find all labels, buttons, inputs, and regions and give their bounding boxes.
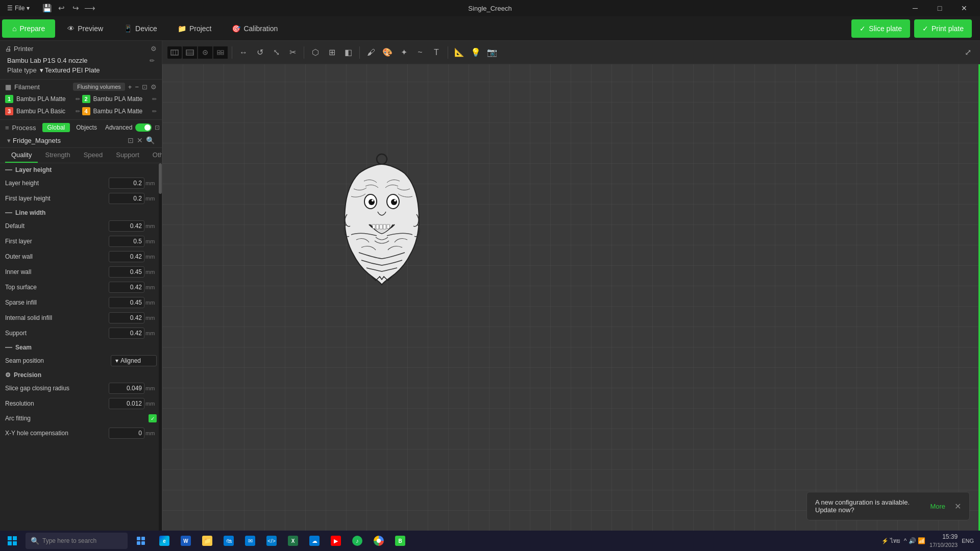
- undo-icon[interactable]: ↩: [55, 2, 67, 14]
- file-menu[interactable]: ☰ File ▾: [4, 4, 33, 13]
- objects-tab[interactable]: Objects: [71, 123, 102, 132]
- taskbar-youtube-button[interactable]: ▶: [326, 531, 346, 551]
- filament-edit-3[interactable]: ✏: [76, 108, 80, 115]
- taskbar-edge-button[interactable]: e: [154, 531, 175, 551]
- top-surface-input[interactable]: [109, 282, 144, 293]
- view-preset-4[interactable]: [213, 46, 228, 59]
- remove-filament-icon[interactable]: −: [135, 83, 139, 91]
- plate-value: Textured PEI Plate: [45, 66, 100, 74]
- filament-edit-4[interactable]: ✏: [152, 108, 157, 115]
- device-nav-button[interactable]: 📱 Device: [113, 16, 167, 41]
- measure-icon[interactable]: 📐: [452, 45, 467, 60]
- move-tool-icon[interactable]: ↔: [236, 45, 251, 60]
- notification-more-link[interactable]: More: [930, 503, 945, 510]
- prepare-nav-button[interactable]: ⌂ Prepare: [2, 19, 55, 38]
- view-preset-2[interactable]: [183, 46, 197, 59]
- tab-quality[interactable]: Quality: [5, 148, 38, 163]
- taskbar-word-button[interactable]: W: [176, 531, 196, 551]
- arc-fitting-checkbox[interactable]: ✓: [149, 414, 157, 422]
- taskbar-explorer-button[interactable]: 📁: [197, 531, 217, 551]
- notification-close-button[interactable]: ✕: [954, 502, 961, 511]
- text-icon[interactable]: T: [429, 45, 444, 60]
- taskbar-spotify-button[interactable]: ♪: [347, 531, 368, 551]
- project-nav-button[interactable]: 📁 Project: [167, 16, 222, 41]
- slice-gap-input[interactable]: [109, 383, 144, 394]
- language-indicator[interactable]: ENG: [962, 537, 974, 544]
- canvas-area[interactable]: ↔ ↺ ⤡ ✂ ⬡ ⊞ ◧ 🖌 🎨 ✦ ~ T 📐 💡 📷 ⤢: [162, 41, 980, 531]
- taskbar-vscode-button[interactable]: </>: [261, 531, 282, 551]
- resolution-input[interactable]: [109, 398, 144, 409]
- flushing-volumes-button[interactable]: Flushing volumes: [73, 83, 125, 91]
- minimize-button[interactable]: ─: [903, 0, 927, 16]
- svg-rect-3: [186, 50, 193, 55]
- close-button[interactable]: ✕: [952, 0, 976, 16]
- filament-edit-1[interactable]: ✏: [76, 96, 80, 103]
- default-width-input[interactable]: [109, 220, 144, 232]
- inner-wall-input[interactable]: [109, 266, 144, 278]
- filament-edit-2[interactable]: ✏: [152, 96, 157, 103]
- plate-type-dropdown[interactable]: ▾ Textured PEI Plate: [40, 66, 100, 74]
- taskbar-search-box[interactable]: 🔍 Type here to search: [26, 533, 128, 549]
- camera-icon[interactable]: 📷: [485, 45, 499, 60]
- orient-icon[interactable]: ⬡: [308, 45, 323, 60]
- tab-support[interactable]: Support: [110, 148, 145, 163]
- rotate-tool-icon[interactable]: ↺: [253, 45, 267, 60]
- advanced-toggle[interactable]: [135, 123, 152, 132]
- cut-tool-icon[interactable]: ✂: [285, 45, 300, 60]
- global-tab[interactable]: Global: [42, 123, 70, 132]
- arrange-icon[interactable]: ⊞: [325, 45, 339, 60]
- taskbar-excel-button[interactable]: X: [283, 531, 303, 551]
- scrollbar-thumb[interactable]: [159, 163, 162, 194]
- view-preset-1[interactable]: [167, 46, 182, 59]
- taskbar-onedrive-button[interactable]: ☁: [304, 531, 325, 551]
- light-icon[interactable]: 💡: [469, 45, 483, 60]
- taskbar-store-button[interactable]: 🛍: [218, 531, 239, 551]
- layer-height-input[interactable]: [109, 178, 144, 189]
- start-button[interactable]: [2, 531, 22, 551]
- maximize-button[interactable]: □: [928, 0, 951, 16]
- first-layer-height-input[interactable]: [109, 193, 144, 204]
- printer-edit-icon[interactable]: ✏: [150, 57, 155, 64]
- seam-paint-icon[interactable]: ✦: [397, 45, 411, 60]
- view-preset-3[interactable]: [198, 46, 212, 59]
- tab-strength[interactable]: Strength: [39, 148, 76, 163]
- filament-copy-icon[interactable]: ⊡: [142, 83, 148, 91]
- slice-plate-button[interactable]: ✓ Slice plate: [851, 19, 910, 38]
- sparse-infill-input[interactable]: [109, 297, 144, 308]
- support-paint-icon[interactable]: 🖌: [364, 45, 378, 60]
- tab-others[interactable]: Others: [146, 148, 162, 163]
- color-paint-icon[interactable]: 🎨: [380, 45, 395, 60]
- calibration-nav-button[interactable]: 🎯 Calibration: [222, 16, 288, 41]
- profile-copy-icon[interactable]: ⊡: [128, 136, 134, 144]
- add-filament-icon[interactable]: +: [128, 83, 132, 91]
- taskbar-chrome-button[interactable]: [369, 531, 389, 551]
- xy-hole-input[interactable]: [109, 428, 144, 439]
- scrollbar-track[interactable]: [159, 163, 162, 531]
- redo-icon[interactable]: ↪: [69, 2, 82, 14]
- taskbar-bambu-button[interactable]: B: [390, 531, 410, 551]
- preview-nav-button[interactable]: 👁 Preview: [57, 16, 113, 41]
- fuzzy-icon[interactable]: ~: [413, 45, 427, 60]
- forward-icon[interactable]: ⟶: [84, 2, 96, 14]
- first-layer-width-input[interactable]: [109, 236, 144, 247]
- process-view-icon-1[interactable]: ⊡: [155, 124, 160, 131]
- taskbar-widgets-button[interactable]: [131, 531, 151, 551]
- profile-close-icon[interactable]: ✕: [137, 136, 143, 144]
- slice-view-icon[interactable]: ◧: [341, 45, 355, 60]
- printer-settings-icon[interactable]: ⚙: [151, 45, 157, 53]
- print-plate-button[interactable]: ✓ Print plate: [914, 19, 972, 38]
- filament-settings-icon[interactable]: ⚙: [151, 83, 157, 91]
- system-tray-icons[interactable]: ^ 🔊 📶: [904, 537, 925, 544]
- scale-tool-icon[interactable]: ⤡: [269, 45, 283, 60]
- internal-solid-input[interactable]: [109, 312, 144, 323]
- profile-search-icon[interactable]: 🔍: [146, 136, 155, 144]
- seam-position-dropdown[interactable]: ▾ Aligned: [111, 355, 157, 366]
- support-width-input[interactable]: [109, 328, 144, 339]
- save-icon[interactable]: 💾: [41, 2, 53, 14]
- outer-wall-input[interactable]: [109, 251, 144, 262]
- seam-position-arrow: ▾: [115, 357, 118, 364]
- fullscreen-icon[interactable]: ⤢: [961, 45, 975, 60]
- taskbar-clock[interactable]: 15:39 17/10/2023: [929, 533, 958, 549]
- tab-speed[interactable]: Speed: [78, 148, 109, 163]
- taskbar-mail-button[interactable]: ✉: [240, 531, 260, 551]
